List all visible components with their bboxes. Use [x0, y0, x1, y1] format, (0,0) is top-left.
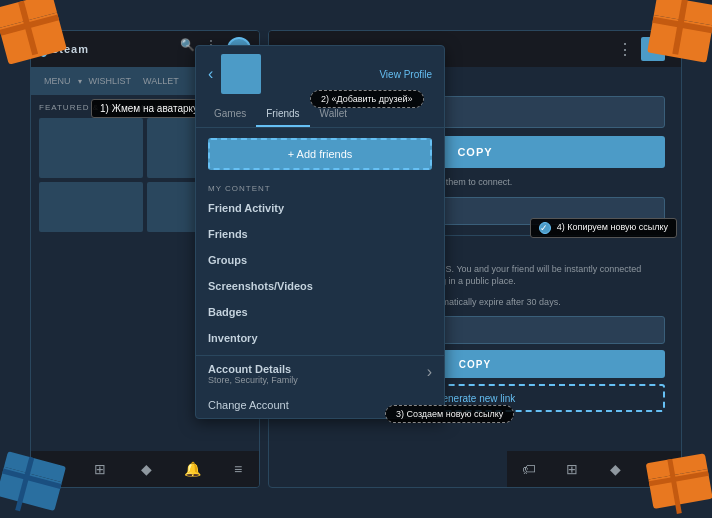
account-subtitle: Store, Security, Family [208, 375, 432, 385]
nav-wishlist[interactable]: WISHLIST [84, 74, 137, 88]
add-friends-button[interactable]: + Add friends [208, 138, 432, 170]
menu-item-friends[interactable]: Friends [196, 221, 444, 247]
menu-item-inventory[interactable]: Inventory [196, 325, 444, 351]
bottom-nav-bell[interactable]: 🔔 [182, 459, 202, 479]
menu-item-badges[interactable]: Badges [196, 299, 444, 325]
search-icon[interactable]: 🔍 [179, 37, 195, 53]
menu-item-groups[interactable]: Groups [196, 247, 444, 273]
steam-bottom-nav: 🏷 ⊞ ◆ 🔔 ≡ [31, 451, 260, 487]
community-dots[interactable]: ⋮ [617, 40, 633, 59]
account-details-item[interactable]: › Account Details Store, Security, Famil… [196, 355, 444, 392]
annotation-4-text: 4) Копируем новую ссылку [557, 222, 668, 232]
steam-logo-icon [39, 41, 48, 57]
featured-item-1 [39, 118, 143, 178]
bottom-nav-menu[interactable]: ≡ [228, 459, 248, 479]
my-content-label: MY CONTENT [196, 180, 444, 195]
steam-logo-text: Steam [51, 43, 89, 55]
menu-item-screenshots[interactable]: Screenshots/Videos [196, 273, 444, 299]
account-title: Account Details [208, 363, 432, 375]
menu-item-friend-activity[interactable]: Friend Activity [196, 195, 444, 221]
steam-logo: Steam [39, 39, 89, 59]
annotation-tooltip-1: 1) Жмем на аватарку [91, 99, 207, 118]
community-avatar[interactable] [641, 37, 665, 61]
annotation-4: ✓ 4) Копируем новую ссылку [530, 218, 677, 238]
bottom-nav-tag[interactable]: 🏷 [44, 459, 64, 479]
annotation-3: 3) Создаем новую ссылку [385, 405, 514, 423]
featured-item-3 [39, 182, 143, 232]
dropdown-avatar [221, 54, 261, 94]
comm-bottom-nav-grid[interactable]: ⊞ [562, 459, 582, 479]
annotation-4-check: ✓ [539, 222, 551, 234]
nav-menu[interactable]: MENU [39, 74, 76, 88]
bottom-nav-diamond[interactable]: ◆ [136, 459, 156, 479]
community-header-right: ⋮ [617, 37, 665, 61]
annotation-2: 2) «Добавить друзей» [310, 90, 424, 108]
view-profile-link[interactable]: View Profile [379, 69, 432, 80]
comm-bottom-nav-diamond[interactable]: ◆ [606, 459, 626, 479]
tab-games[interactable]: Games [204, 102, 256, 127]
nav-wallet[interactable]: WALLET [138, 74, 184, 88]
bottom-nav-grid[interactable]: ⊞ [90, 459, 110, 479]
community-bottom-nav: 🏷 ⊞ ◆ 🔔 [507, 451, 681, 487]
tab-friends[interactable]: Friends [256, 102, 309, 127]
comm-bottom-nav-tag[interactable]: 🏷 [519, 459, 539, 479]
comm-bottom-nav-bell[interactable]: 🔔 [649, 459, 669, 479]
dropdown-back-button[interactable]: ‹ [208, 65, 213, 83]
